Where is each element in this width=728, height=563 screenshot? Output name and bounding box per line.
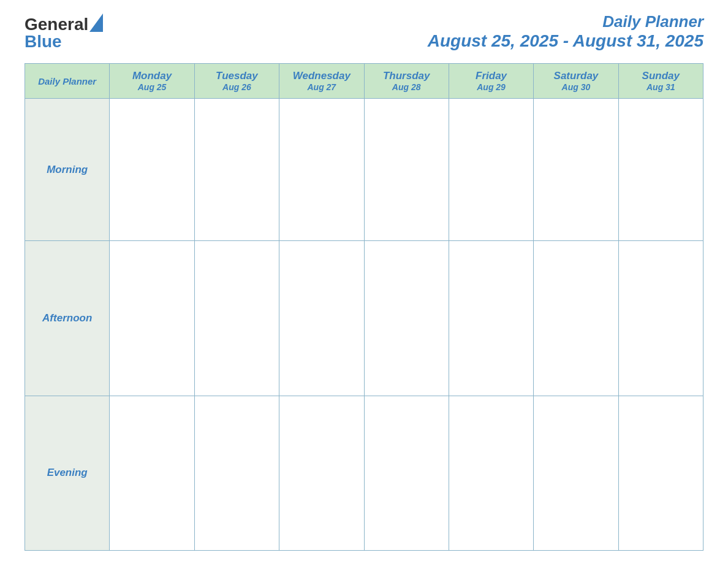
- morning-thursday-cell[interactable]: [364, 99, 449, 241]
- afternoon-sunday-cell[interactable]: [618, 241, 703, 396]
- planner-table: Daily Planner Monday Aug 25 Tuesday Aug …: [25, 63, 703, 551]
- afternoon-monday-cell[interactable]: [110, 241, 194, 396]
- morning-friday-cell[interactable]: [449, 99, 533, 241]
- tuesday-date: Aug 26: [198, 82, 276, 92]
- header-title: Daily Planner August 25, 2025 - August 3…: [428, 12, 703, 51]
- table-header-row: Daily Planner Monday Aug 25 Tuesday Aug …: [25, 64, 703, 99]
- evening-wednesday-cell[interactable]: [279, 396, 364, 551]
- logo-general-text: General: [25, 16, 88, 33]
- header: General Blue Daily Planner August 25, 20…: [25, 12, 703, 51]
- logo-blue-text: Blue: [25, 33, 62, 50]
- planner-date-range: August 25, 2025 - August 31, 2025: [428, 31, 703, 51]
- afternoon-friday-cell[interactable]: [449, 241, 533, 396]
- evening-friday-cell[interactable]: [449, 396, 533, 551]
- evening-tuesday-cell[interactable]: [194, 396, 279, 551]
- sunday-date: Aug 31: [622, 82, 700, 92]
- morning-tuesday-cell[interactable]: [194, 99, 279, 241]
- header-wednesday: Wednesday Aug 27: [279, 64, 364, 99]
- saturday-name: Saturday: [537, 70, 615, 82]
- morning-wednesday-cell[interactable]: [279, 99, 364, 241]
- afternoon-thursday-cell[interactable]: [364, 241, 449, 396]
- afternoon-label: Afternoon: [25, 241, 110, 396]
- afternoon-wednesday-cell[interactable]: [279, 241, 364, 396]
- page: General Blue Daily Planner August 25, 20…: [0, 0, 728, 563]
- afternoon-saturday-cell[interactable]: [534, 241, 618, 396]
- thursday-name: Thursday: [368, 70, 446, 82]
- wednesday-date: Aug 27: [282, 82, 360, 92]
- evening-label: Evening: [25, 396, 110, 551]
- friday-date: Aug 29: [452, 82, 530, 92]
- table-row-morning: Morning: [25, 99, 703, 241]
- evening-saturday-cell[interactable]: [534, 396, 618, 551]
- saturday-date: Aug 30: [537, 82, 615, 92]
- thursday-date: Aug 28: [368, 82, 446, 92]
- logo: General Blue: [25, 13, 103, 50]
- afternoon-tuesday-cell[interactable]: [194, 241, 279, 396]
- header-label-cell: Daily Planner: [25, 64, 110, 99]
- evening-thursday-cell[interactable]: [364, 396, 449, 551]
- header-sunday: Sunday Aug 31: [618, 64, 703, 99]
- sunday-name: Sunday: [622, 70, 700, 82]
- monday-name: Monday: [113, 70, 191, 82]
- friday-name: Friday: [452, 70, 530, 82]
- evening-sunday-cell[interactable]: [618, 396, 703, 551]
- header-friday: Friday Aug 29: [449, 64, 533, 99]
- morning-saturday-cell[interactable]: [534, 99, 618, 241]
- planner-title: Daily Planner: [428, 12, 703, 31]
- header-saturday: Saturday Aug 30: [534, 64, 618, 99]
- evening-monday-cell[interactable]: [110, 396, 194, 551]
- table-row-afternoon: Afternoon: [25, 241, 703, 396]
- wednesday-name: Wednesday: [282, 70, 360, 82]
- logo-triangle-icon: [89, 13, 103, 32]
- morning-label: Morning: [25, 99, 110, 241]
- header-tuesday: Tuesday Aug 26: [194, 64, 279, 99]
- monday-date: Aug 25: [113, 82, 191, 92]
- morning-sunday-cell[interactable]: [618, 99, 703, 241]
- table-row-evening: Evening: [25, 396, 703, 551]
- header-thursday: Thursday Aug 28: [364, 64, 449, 99]
- tuesday-name: Tuesday: [198, 70, 276, 82]
- morning-monday-cell[interactable]: [110, 99, 194, 241]
- header-monday: Monday Aug 25: [110, 64, 194, 99]
